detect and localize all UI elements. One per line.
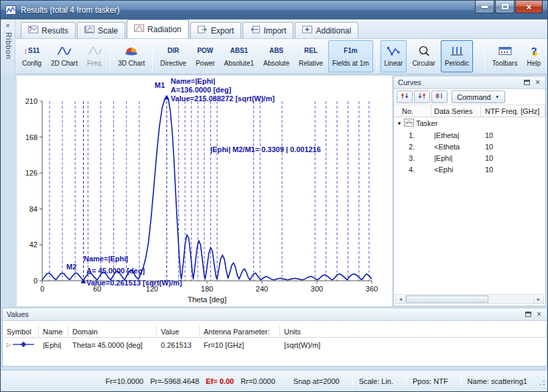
curves-group-label: Tasker <box>416 119 437 127</box>
circular-button[interactable]: Circular <box>408 40 439 72</box>
ribbon-close-button[interactable]: × <box>3 21 13 31</box>
svg-text:300: 300 <box>311 285 323 293</box>
absolute-icon: ABS <box>269 43 283 58</box>
status-rr: Rr=0.0000 <box>241 377 275 385</box>
status-bar: Fr=10.0000 Pr=-5968.4648 Ef= 0.00 Rr=0.0… <box>1 370 547 391</box>
curve-row-no: 3. <box>394 154 431 162</box>
window-title: Results (total 4 from tasker) <box>21 5 119 15</box>
2d-chart-label: 2D Chart <box>51 60 78 67</box>
2d-chart-icon <box>57 43 72 58</box>
curve-row-series: <Etheta <box>431 143 481 151</box>
close-button[interactable]: × <box>515 1 543 13</box>
tab-import-label: Import <box>263 26 286 36</box>
periodic-button[interactable]: Periodic <box>441 40 473 72</box>
curves-close-button[interactable]: × <box>533 78 543 87</box>
tab-additional-label: Additional <box>316 26 351 36</box>
s11-config-icon: ↕S11 <box>24 43 40 58</box>
resize-grip[interactable] <box>539 377 545 386</box>
values-row-domain: Theta= 45.0000 [deg] <box>68 341 157 349</box>
curves-group-row[interactable]: ▼ Tasker <box>394 117 545 129</box>
curves-float-button[interactable] <box>522 78 532 87</box>
relative-button[interactable]: REL Relative <box>295 40 327 72</box>
col-data-series: Data Series <box>431 105 481 117</box>
relative-icon: REL <box>304 43 318 58</box>
svg-text:Name=|Ephi|: Name=|Ephi| <box>84 255 128 263</box>
tab-radiation[interactable]: Radiation <box>127 19 189 38</box>
directive-icon: DIR <box>167 43 179 58</box>
tab-scale-label: Scale <box>98 26 118 36</box>
col-value: Value <box>157 326 200 337</box>
2d-chart-button[interactable]: 2D Chart <box>47 40 82 72</box>
svg-text:?: ? <box>531 45 537 56</box>
expand-arrow-icon[interactable]: ▼ <box>397 121 402 127</box>
curve-row-freq: 10 <box>481 166 545 174</box>
additional-tab-icon <box>302 25 312 36</box>
export-tab-icon <box>198 25 208 36</box>
titlebar[interactable]: Results (total 4 from tasker) × <box>1 1 547 19</box>
import-tab-icon <box>250 25 260 36</box>
curves-toolbar-button-1[interactable] <box>397 90 413 103</box>
curves-toolbar-button-2[interactable] <box>414 90 430 103</box>
maximize-icon <box>502 4 508 9</box>
scrollbar-track[interactable] <box>488 295 533 304</box>
toolbars-label: Toolbars <box>492 60 518 67</box>
tab-import[interactable]: Import <box>243 22 293 38</box>
status-pr: Pr=-5968.4648 <box>150 377 199 385</box>
values-close-button[interactable]: × <box>534 310 544 319</box>
expander-icon[interactable]: ▷ <box>7 342 11 348</box>
svg-text:126: 126 <box>25 169 38 177</box>
tab-additional[interactable]: Additional <box>295 22 358 38</box>
values-panel-header[interactable]: Values × <box>3 308 547 321</box>
svg-text:|Ephi| M2/M1= 0.3309 | 0.0012: |Ephi| M2/M1= 0.3309 | 0.001216 <box>210 145 321 153</box>
3d-chart-button[interactable]: 3D Chart <box>114 40 149 72</box>
config-button[interactable]: ↕S11 Config <box>18 40 46 72</box>
curves-table-header: No. Data Series NTF Freq. [GHz] <box>394 105 545 117</box>
svg-text:M2: M2 <box>66 263 76 271</box>
s-parameter-icon-3 <box>435 92 444 102</box>
power-button[interactable]: POW Power <box>192 40 218 72</box>
freq-button[interactable]: Freq. <box>83 40 107 72</box>
command-dropdown[interactable]: Command ▼ <box>452 90 505 103</box>
scrollbar-left-button[interactable]: ◄ <box>396 295 406 304</box>
toolbars-button[interactable]: Toolbars <box>488 40 522 72</box>
command-dropdown-label: Command <box>457 93 491 101</box>
curves-toolbar-button-3[interactable] <box>431 90 448 103</box>
series-symbol-icon <box>12 341 35 349</box>
tab-results[interactable]: Results <box>21 22 76 38</box>
curve-row[interactable]: 3. |Ephi| 10 <box>394 152 545 164</box>
directive-button[interactable]: DIR Directive <box>156 40 190 72</box>
help-button[interactable]: ? Help <box>523 40 545 72</box>
absolute-button[interactable]: ABS Absolute <box>259 40 293 72</box>
tab-scale[interactable]: Scale <box>77 22 125 38</box>
curve-row[interactable]: 2. <Etheta 10 <box>394 141 545 152</box>
values-row[interactable]: ▷ |Ephi| Theta= 45.0000 [deg] 0.261513 F… <box>3 338 547 352</box>
radiation-plot[interactable]: 04284126168210060120180240300360Theta [d… <box>17 76 392 306</box>
app-icon <box>5 5 16 15</box>
values-row-units: [sqrt(W)/m] <box>280 341 547 349</box>
status-scale: Scale: Lin. <box>359 377 393 385</box>
power-label: Power <box>196 60 214 67</box>
ribbon-tab-bar: Results Scale Radiation Export Import Ad… <box>15 19 547 39</box>
app-window: Results (total 4 from tasker) × Results … <box>0 0 548 392</box>
status-ef: Ef= 0.00 <box>206 377 234 385</box>
absolute1-button[interactable]: ABS1 Absolute1 <box>220 40 258 72</box>
curves-panel-header[interactable]: Curves × <box>394 76 545 89</box>
fields-at-1m-button[interactable]: F1m Fields at 1m <box>328 40 372 72</box>
values-row-value: 0.261513 <box>157 341 200 349</box>
status-separator <box>461 375 462 387</box>
scrollbar-thumb[interactable] <box>406 296 488 303</box>
float-icon <box>525 312 531 317</box>
curves-horizontal-scrollbar[interactable]: ◄ ► <box>395 294 544 304</box>
curve-row[interactable]: 1. |Etheta| 10 <box>394 129 545 141</box>
maximize-button[interactable] <box>495 1 515 13</box>
curve-row-series: <Ephi <box>431 166 481 174</box>
freq-icon <box>88 43 102 58</box>
tab-export[interactable]: Export <box>190 22 242 38</box>
col-domain: Domain <box>68 326 157 337</box>
curve-row[interactable]: 4. <Ephi 10 <box>394 164 545 175</box>
scrollbar-right-button[interactable]: ► <box>533 295 543 304</box>
help-icon: ? <box>529 43 539 58</box>
values-float-button[interactable] <box>523 310 533 319</box>
linear-button[interactable]: Linear <box>381 40 407 72</box>
minimize-button[interactable] <box>475 1 494 13</box>
